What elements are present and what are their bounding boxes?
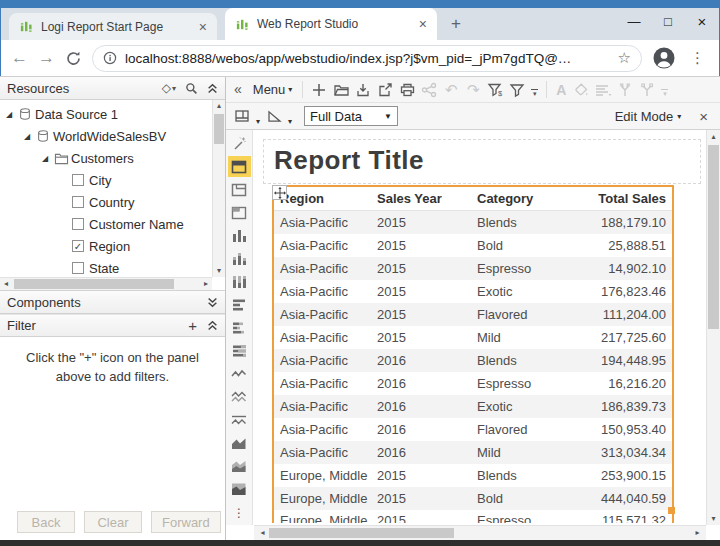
- components-panel-header[interactable]: Components: [0, 291, 225, 314]
- edit-mode-button[interactable]: Edit Mode ▾: [615, 109, 682, 124]
- tree-item[interactable]: ✓Region: [0, 235, 211, 257]
- table-cell[interactable]: Bold: [471, 234, 588, 257]
- open-report-icon[interactable]: [331, 79, 351, 101]
- table-cell[interactable]: 2015: [371, 487, 471, 510]
- table-cell[interactable]: 217,725.60: [588, 326, 673, 349]
- page-layout-icon[interactable]: [232, 105, 252, 127]
- scroll-down-arrow[interactable]: ▾: [707, 512, 720, 525]
- multi-line-chart-icon[interactable]: [228, 386, 251, 407]
- tree-item[interactable]: Country: [0, 191, 211, 213]
- drawing-tools-icon[interactable]: [264, 105, 284, 127]
- field-checkbox[interactable]: [72, 196, 84, 208]
- filter-icon[interactable]: [507, 79, 527, 101]
- table-cell[interactable]: 253,900.15: [588, 464, 673, 487]
- table-cell[interactable]: Exotic: [471, 395, 588, 418]
- tab-logi-start-page[interactable]: Logi Report Start Page ×: [9, 13, 217, 40]
- scroll-left-arrow[interactable]: ◂: [256, 526, 269, 540]
- new-report-icon[interactable]: [309, 79, 329, 101]
- area-chart-icon[interactable]: [228, 432, 251, 453]
- table-cell[interactable]: Europe, Middle Ea: [273, 464, 371, 487]
- table-cell[interactable]: Asia-Pacific: [273, 280, 371, 303]
- tab-close-icon[interactable]: ×: [197, 20, 209, 34]
- stacked-bar-chart-icon[interactable]: [228, 317, 251, 338]
- table-cell[interactable]: Flavored: [471, 303, 588, 326]
- table-cell[interactable]: Asia-Pacific: [273, 326, 371, 349]
- table-cell[interactable]: 2015: [371, 464, 471, 487]
- table-cell[interactable]: 188,179.10: [588, 211, 673, 234]
- table-cell[interactable]: Asia-Pacific: [273, 441, 371, 464]
- stacked-column-chart-icon[interactable]: [228, 248, 251, 269]
- report-title[interactable]: Report Title: [274, 145, 700, 176]
- branch-icon[interactable]: [637, 79, 657, 101]
- scroll-left-arrow[interactable]: ◂: [0, 278, 12, 290]
- font-style-icon[interactable]: A: [553, 82, 569, 98]
- save-icon[interactable]: [353, 79, 373, 101]
- banded-object-icon[interactable]: [228, 202, 251, 223]
- minimize-button[interactable]: —: [617, 14, 651, 29]
- print-icon[interactable]: [397, 79, 417, 101]
- filter-values-icon[interactable]: $: [485, 79, 505, 101]
- tree-item[interactable]: ◢WorldWideSalesBV: [0, 125, 211, 147]
- tree-item[interactable]: City: [0, 169, 211, 191]
- table-cell[interactable]: 2015: [371, 326, 471, 349]
- bookmark-star-icon[interactable]: ☆: [618, 49, 631, 67]
- tree-expand-icon[interactable]: ◢: [42, 154, 52, 163]
- scroll-right-arrow[interactable]: ▸: [200, 278, 212, 290]
- field-checkbox[interactable]: [72, 174, 84, 186]
- field-checkbox-checked[interactable]: ✓: [72, 240, 84, 252]
- avatar-icon[interactable]: [652, 46, 676, 70]
- table-cell[interactable]: 186,839.73: [588, 395, 673, 418]
- menu-button[interactable]: Menu▾: [249, 82, 297, 97]
- table-cell[interactable]: 313,034.34: [588, 441, 673, 464]
- refresh-icon[interactable]: [65, 50, 82, 67]
- percent-bar-chart-icon[interactable]: [228, 340, 251, 361]
- scroll-thumb[interactable]: [14, 279, 174, 289]
- percent-column-chart-icon[interactable]: [228, 271, 251, 292]
- canvas-horizontal-scrollbar[interactable]: ◂ ▸: [254, 525, 706, 540]
- scroll-thumb[interactable]: [708, 145, 719, 329]
- tree-vertical-scrollbar[interactable]: ▴ ▾: [212, 100, 225, 277]
- tree-item[interactable]: Customer Name: [0, 213, 211, 235]
- filter-panel-header[interactable]: Filter +: [0, 314, 225, 337]
- more-components-icon[interactable]: ⋮: [228, 502, 251, 523]
- table-cell[interactable]: Asia-Pacific: [273, 234, 371, 257]
- table-cell[interactable]: 2015: [371, 234, 471, 257]
- table-cell[interactable]: 16,216.20: [588, 372, 673, 395]
- table-cell[interactable]: 2016: [371, 395, 471, 418]
- table-cell[interactable]: Espresso: [471, 257, 588, 280]
- tree-item[interactable]: State: [0, 257, 211, 279]
- omnibox[interactable]: localhost:8888/webos/app/webstudio/index…: [92, 45, 642, 72]
- table-cell[interactable]: Exotic: [471, 280, 588, 303]
- table-cell[interactable]: 2015: [371, 211, 471, 234]
- table-cell[interactable]: Asia-Pacific: [273, 303, 371, 326]
- table-cell[interactable]: 194,448.95: [588, 349, 673, 372]
- close-window-button[interactable]: ×: [685, 13, 719, 30]
- field-checkbox[interactable]: [72, 218, 84, 230]
- column-chart-icon[interactable]: [228, 225, 251, 246]
- table-cell[interactable]: 2016: [371, 349, 471, 372]
- scroll-up-arrow[interactable]: ▴: [213, 100, 225, 112]
- canvas-vertical-scrollbar[interactable]: ▴ ▾: [706, 130, 720, 525]
- bar-chart-icon[interactable]: [228, 294, 251, 315]
- table-cell[interactable]: Asia-Pacific: [273, 211, 371, 234]
- tree-horizontal-scrollbar[interactable]: ◂ ▸: [0, 277, 212, 290]
- table-cell[interactable]: Asia-Pacific: [273, 349, 371, 372]
- table-cell[interactable]: Blends: [471, 464, 588, 487]
- tab-close-icon[interactable]: ×: [417, 17, 429, 31]
- share-icon[interactable]: [419, 79, 439, 101]
- table-cell[interactable]: Asia-Pacific: [273, 395, 371, 418]
- table-cell[interactable]: 25,888.51: [588, 234, 673, 257]
- browser-forward-icon[interactable]: →: [38, 48, 55, 68]
- table-cell[interactable]: Blends: [471, 349, 588, 372]
- table-cell[interactable]: Bold: [471, 487, 588, 510]
- benchmark-line-chart-icon[interactable]: [228, 409, 251, 430]
- scroll-down-arrow[interactable]: ▾: [213, 265, 225, 277]
- field-checkbox[interactable]: [72, 262, 84, 274]
- forward-button[interactable]: Forward: [151, 511, 221, 533]
- tree-expand-icon[interactable]: ◢: [24, 132, 34, 141]
- wizard-icon[interactable]: [228, 133, 251, 154]
- scroll-thumb[interactable]: [214, 114, 224, 144]
- align-text-icon[interactable]: [593, 79, 613, 101]
- table-cell[interactable]: Mild: [471, 326, 588, 349]
- table-cell[interactable]: 115,571.32: [588, 510, 673, 524]
